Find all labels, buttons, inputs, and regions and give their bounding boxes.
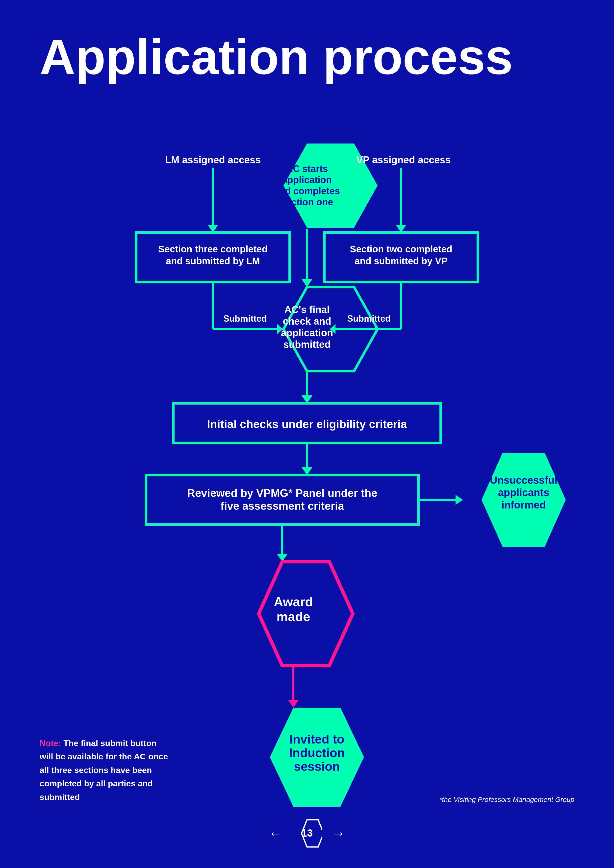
note-label: Note: <box>40 738 61 748</box>
vp-label: VP assigned access <box>356 154 451 165</box>
svg-text:Initial checks under eligibili: Initial checks under eligibility criteri… <box>207 418 407 431</box>
note-content: Note: The final submit button will be av… <box>40 736 168 804</box>
svg-text:Induction: Induction <box>289 746 345 760</box>
svg-text:AC's final: AC's final <box>284 304 330 315</box>
svg-text:check and: check and <box>283 316 331 327</box>
prev-arrow[interactable]: ← <box>269 825 282 841</box>
svg-text:informed: informed <box>501 499 546 511</box>
svg-text:Invited to: Invited to <box>289 732 344 746</box>
page-number-hex: 13 <box>292 818 322 848</box>
svg-text:AC starts: AC starts <box>286 164 328 174</box>
svg-text:and submitted by LM: and submitted by LM <box>166 256 260 266</box>
svg-text:and submitted by VP: and submitted by VP <box>354 256 448 266</box>
svg-text:application: application <box>282 175 332 185</box>
page-title: Application process <box>40 30 574 84</box>
svg-text:session: session <box>294 760 340 773</box>
svg-text:submitted: submitted <box>283 339 331 350</box>
svg-text:13: 13 <box>301 827 313 839</box>
submitted-left: Submitted <box>223 313 267 324</box>
submitted-right: Submitted <box>347 313 391 324</box>
note-body: The final submit button will be availabl… <box>40 738 168 802</box>
svg-text:made: made <box>277 609 310 624</box>
footnote: *the Visiting Professors Management Grou… <box>439 796 574 804</box>
page-number-area: ← 13 → <box>269 818 345 848</box>
svg-text:Unsuccessful: Unsuccessful <box>490 474 557 486</box>
svg-text:section one: section one <box>281 197 333 207</box>
next-arrow[interactable]: → <box>332 825 345 841</box>
lm-label: LM assigned access <box>165 154 261 165</box>
svg-text:five assessment criteria: five assessment criteria <box>221 500 344 512</box>
svg-text:application: application <box>281 327 333 338</box>
svg-marker-32 <box>455 495 463 505</box>
flow-diagram: AC starts application and completes sect… <box>40 114 574 831</box>
bottom-note: Note: The final submit button will be av… <box>40 736 168 804</box>
svg-marker-41 <box>288 700 299 708</box>
svg-text:applicants: applicants <box>498 487 549 498</box>
svg-text:Section two completed: Section two completed <box>350 244 452 254</box>
page: Application process AC starts applicatio… <box>0 0 614 868</box>
svg-text:Reviewed by VPMG* Panel under : Reviewed by VPMG* Panel under the <box>187 487 377 499</box>
svg-text:Award: Award <box>274 595 313 609</box>
svg-text:and completes: and completes <box>274 186 340 196</box>
svg-text:Section three completed: Section three completed <box>158 244 267 254</box>
